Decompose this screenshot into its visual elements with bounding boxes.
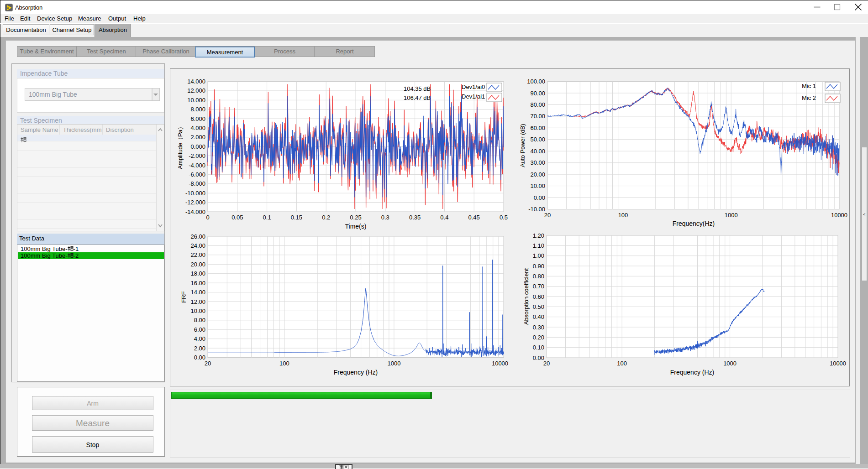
svg-text:16.00: 16.00 bbox=[190, 280, 205, 287]
svg-text:60.00: 60.00 bbox=[530, 125, 545, 131]
svg-text:0.4: 0.4 bbox=[440, 214, 448, 221]
svg-text:10000: 10000 bbox=[492, 360, 508, 367]
svg-text:Dev1/ai1: Dev1/ai1 bbox=[462, 93, 485, 100]
svg-text:70.00: 70.00 bbox=[530, 113, 545, 120]
svg-text:0.10: 0.10 bbox=[533, 344, 544, 351]
svg-text:80.00: 80.00 bbox=[530, 101, 545, 108]
svg-text:1.10: 1.10 bbox=[533, 242, 544, 249]
svg-text:Mic 2: Mic 2 bbox=[802, 94, 816, 101]
svg-text:0.00: 0.00 bbox=[533, 354, 544, 361]
svg-text:104.35 dB: 104.35 dB bbox=[404, 85, 431, 92]
svg-text:0.15: 0.15 bbox=[291, 214, 302, 221]
svg-text:Frequency(Hz): Frequency(Hz) bbox=[673, 220, 715, 227]
svg-text:1.00: 1.00 bbox=[533, 252, 544, 259]
svg-text:-14.000: -14.000 bbox=[185, 208, 205, 215]
svg-text:0: 0 bbox=[206, 214, 209, 221]
svg-text:10000: 10000 bbox=[830, 360, 846, 367]
svg-text:12.000: 12.000 bbox=[187, 87, 205, 94]
svg-text:0.40: 0.40 bbox=[533, 313, 544, 320]
svg-text:Dev1/ai0: Dev1/ai0 bbox=[462, 83, 485, 90]
svg-text:14.000: 14.000 bbox=[187, 78, 205, 85]
svg-text:90.00: 90.00 bbox=[530, 90, 545, 97]
svg-text:0.70: 0.70 bbox=[533, 283, 544, 290]
svg-text:Mic 1: Mic 1 bbox=[802, 83, 816, 89]
svg-text:30.00: 30.00 bbox=[530, 159, 545, 166]
svg-text:0.20: 0.20 bbox=[533, 334, 544, 341]
svg-text:1.20: 1.20 bbox=[533, 232, 544, 239]
svg-text:-12.000: -12.000 bbox=[185, 199, 205, 206]
svg-text:8.00: 8.00 bbox=[194, 317, 205, 323]
svg-text:20.00: 20.00 bbox=[190, 261, 205, 268]
svg-text:6.000: 6.000 bbox=[190, 115, 205, 122]
svg-text:Amplitude（Pa）: Amplitude（Pa） bbox=[177, 124, 184, 169]
svg-text:8.000: 8.000 bbox=[190, 106, 205, 113]
svg-text:2.00: 2.00 bbox=[194, 345, 205, 352]
svg-text:0.50: 0.50 bbox=[533, 303, 544, 310]
svg-text:0.3: 0.3 bbox=[381, 214, 389, 221]
svg-text:0.2: 0.2 bbox=[322, 214, 330, 221]
svg-text:100.00: 100.00 bbox=[527, 78, 545, 85]
svg-text:Time(s): Time(s) bbox=[345, 223, 367, 230]
svg-text:-4.000: -4.000 bbox=[189, 162, 205, 169]
svg-text:10.000: 10.000 bbox=[187, 97, 205, 104]
svg-text:0.60: 0.60 bbox=[533, 293, 544, 300]
svg-text:20: 20 bbox=[205, 360, 211, 367]
svg-text:-2.000: -2.000 bbox=[189, 152, 205, 159]
svg-text:100: 100 bbox=[617, 360, 627, 367]
svg-text:100: 100 bbox=[618, 212, 628, 219]
svg-text:20: 20 bbox=[543, 360, 550, 367]
svg-text:10.00: 10.00 bbox=[530, 182, 545, 189]
svg-text:Absorption coefficient: Absorption coefficient bbox=[523, 268, 530, 325]
svg-text:Frequency (Hz): Frequency (Hz) bbox=[334, 369, 378, 376]
svg-text:Frequency (Hz): Frequency (Hz) bbox=[670, 369, 714, 376]
svg-text:0.35: 0.35 bbox=[409, 214, 421, 221]
svg-text:-6.000: -6.000 bbox=[189, 171, 205, 178]
svg-text:20.00: 20.00 bbox=[530, 171, 545, 178]
svg-text:0.000: 0.000 bbox=[190, 143, 205, 150]
svg-text:100: 100 bbox=[279, 360, 289, 367]
svg-text:10000: 10000 bbox=[831, 212, 847, 219]
svg-text:6.00: 6.00 bbox=[194, 326, 205, 333]
svg-text:18.00: 18.00 bbox=[190, 270, 205, 277]
svg-text:Auto Power (dB): Auto Power (dB) bbox=[519, 124, 526, 167]
svg-text:20: 20 bbox=[544, 212, 551, 219]
svg-text:26.00: 26.00 bbox=[190, 233, 205, 240]
svg-text:4.00: 4.00 bbox=[194, 335, 205, 342]
svg-text:-10.00: -10.00 bbox=[528, 206, 545, 213]
svg-text:0.00: 0.00 bbox=[194, 354, 205, 361]
svg-text:1000: 1000 bbox=[725, 212, 738, 219]
svg-text:10.00: 10.00 bbox=[190, 307, 205, 314]
svg-text:4.000: 4.000 bbox=[190, 125, 205, 131]
svg-text:0.5: 0.5 bbox=[500, 214, 508, 221]
svg-text:0.45: 0.45 bbox=[468, 214, 480, 221]
svg-text:0.00: 0.00 bbox=[534, 194, 545, 201]
svg-text:50.00: 50.00 bbox=[530, 136, 545, 143]
svg-text:14.00: 14.00 bbox=[190, 289, 205, 296]
svg-text:FRF: FRF bbox=[180, 291, 187, 302]
svg-text:1000: 1000 bbox=[723, 360, 736, 367]
svg-text:0.25: 0.25 bbox=[350, 214, 361, 221]
svg-text:-8.000: -8.000 bbox=[189, 180, 205, 187]
svg-text:2.000: 2.000 bbox=[190, 134, 205, 141]
svg-text:40.00: 40.00 bbox=[530, 148, 545, 155]
svg-text:22.00: 22.00 bbox=[190, 251, 205, 258]
svg-text:0.80: 0.80 bbox=[533, 273, 544, 280]
svg-text:0.05: 0.05 bbox=[231, 214, 243, 221]
svg-text:106.47 dB: 106.47 dB bbox=[404, 94, 431, 101]
svg-text:0.90: 0.90 bbox=[533, 263, 544, 270]
svg-text:12.00: 12.00 bbox=[190, 298, 205, 305]
svg-text:-10.000: -10.000 bbox=[185, 190, 205, 197]
svg-text:24.00: 24.00 bbox=[190, 242, 205, 249]
svg-text:0.1: 0.1 bbox=[263, 214, 271, 221]
svg-text:0.30: 0.30 bbox=[533, 324, 544, 331]
svg-text:1000: 1000 bbox=[387, 360, 400, 367]
